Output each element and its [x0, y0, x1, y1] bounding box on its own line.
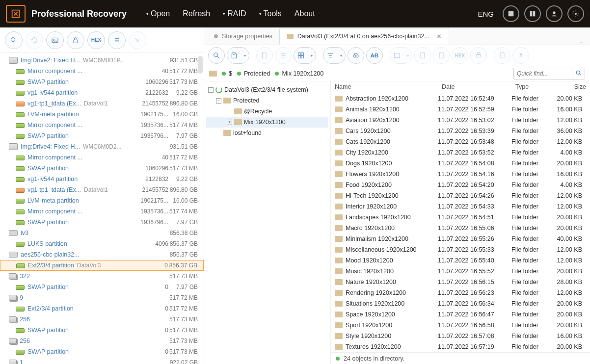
storage-tree-row[interactable]: vg1-lv544 partition21226329.22 GB — [0, 87, 204, 98]
file-row[interactable]: Minimalism 1920x120011.07.2022 16:55:26F… — [331, 234, 590, 244]
storage-tree-row[interactable]: Mirror component ...1935736...517.74 MB — [0, 120, 204, 130]
file-row[interactable]: Situations 1920x120011.07.2022 16:56:34F… — [331, 298, 590, 309]
tab-datavol3[interactable]: DataVol3 (Ext2/3/4 at 0 on aes256-cbc-pl… — [279, 28, 449, 45]
storage-tree-row[interactable]: vg1-tp1_tdata (Ex...DataVol121455752896.… — [0, 184, 204, 195]
storage-tree-row[interactable]: Ext2/3/4 partitionDataVol30856.37 GB — [0, 260, 204, 271]
storage-tree[interactable]: Img:Drive2: Fixed H...WMC6M0D1P...931.51… — [0, 53, 204, 364]
column-headers[interactable]: Name Date Type Size — [331, 81, 590, 93]
tree-node-mix[interactable]: +Mix 1920x1200 — [206, 117, 328, 128]
storage-tree-row[interactable]: Ext2/3/4 partition0517.72 MB — [0, 303, 204, 314]
quick-find-input[interactable] — [513, 68, 572, 79]
replace-text-icon[interactable]: A̶B — [366, 47, 383, 64]
storage-tree-row[interactable]: Img:Drive2: Fixed H...WMC6M0D1P...931.51… — [0, 55, 204, 66]
file-row[interactable]: Landscapes 1920x120011.07.2022 16:54:51F… — [331, 212, 590, 223]
file-row[interactable]: Space 1920x120011.07.2022 16:56:47File f… — [331, 309, 590, 320]
doc-hash-icon[interactable] — [494, 47, 510, 64]
tree-node-lostfound[interactable]: lost+found — [206, 128, 328, 138]
user-icon[interactable] — [546, 5, 563, 22]
list-lines-icon[interactable] — [275, 47, 292, 64]
folder-icon[interactable] — [209, 71, 217, 77]
storage-tree-row[interactable]: 1922.02 GB — [0, 357, 204, 364]
search-icon[interactable] — [208, 47, 225, 64]
storage-tree-row[interactable]: Mirror component ...40517.72 MB — [0, 66, 204, 77]
folder-tree[interactable]: −DataVol3 (Ext2/3/4 file system) −Protec… — [204, 81, 331, 364]
storage-tree-row[interactable]: 256517.73 MB — [0, 336, 204, 346]
file-row[interactable]: Music 1920x120011.07.2022 16:55:52File f… — [331, 266, 590, 277]
close-tab-icon[interactable]: ✕ — [436, 33, 442, 40]
storage-tree-row[interactable]: 256517.73 MB — [0, 314, 204, 325]
storage-tree-row[interactable]: Img:Drive4: Fixed H...WMC6M0D2...931.51 … — [0, 141, 204, 152]
col-date[interactable]: Date — [438, 81, 511, 93]
storage-tree-row[interactable]: aes256-cbc-plain32...856.37 GB — [0, 249, 204, 260]
settings-icon[interactable] — [567, 5, 584, 22]
file-row[interactable]: Rendering 1920x120011.07.2022 16:56:23Fi… — [331, 287, 590, 298]
storage-tree-row[interactable]: SWAP partition0517.73 MB — [0, 346, 204, 357]
storage-tree-row[interactable]: vg1-lv544 partition21226329.22 GB — [0, 174, 204, 184]
storage-tree-row[interactable]: SWAP partition07.97 GB — [0, 282, 204, 292]
layout-icon[interactable] — [524, 5, 541, 22]
file-row[interactable]: Miscellaneous 1920x120011.07.2022 16:55:… — [331, 244, 590, 255]
file-row[interactable]: Nature 1920x120011.07.2022 16:56:15File … — [331, 277, 590, 287]
save-plus-icon[interactable] — [256, 47, 273, 64]
language-label[interactable]: ENG — [478, 10, 494, 18]
print-icon[interactable] — [470, 47, 487, 64]
file-row[interactable]: Interior 1920x120011.07.2022 16:54:33Fil… — [331, 201, 590, 212]
crumb-root[interactable]: $ — [222, 70, 232, 77]
file-row[interactable]: Flowers 1920x120011.07.2022 16:54:16File… — [331, 169, 590, 180]
grid-view-button[interactable]: ▾ — [294, 47, 316, 64]
storage-tree-row[interactable]: LVM-meta partition1902175...16.00 GB — [0, 195, 204, 206]
file-row[interactable]: Cats 1920x120011.07.2022 16:53:48File fo… — [331, 136, 590, 147]
storage-tree-row[interactable]: 9517.72 MB — [0, 292, 204, 303]
file-row[interactable]: Aviation 1920x120011.07.2022 16:53:02Fil… — [331, 115, 590, 126]
tab-menu-icon[interactable]: ≡ — [575, 37, 587, 45]
file-row[interactable]: Dogs 1920x120011.07.2022 16:54:08File fo… — [331, 158, 590, 169]
image-icon[interactable] — [46, 31, 64, 49]
storage-tree-row[interactable]: Mirror component ...1935736...517.74 MB — [0, 206, 204, 217]
close-icon[interactable] — [129, 31, 146, 49]
storage-tree-row[interactable]: Mirror component ...40517.72 MB — [0, 152, 204, 163]
file-row[interactable]: Hi-Tech 1920x120011.07.2022 16:54:26File… — [331, 190, 590, 201]
menu-raid[interactable]: ▾RAID — [223, 9, 246, 18]
file-row[interactable]: City 1920x120011.07.2022 16:53:52File fo… — [331, 147, 590, 158]
storage-tree-row[interactable]: vg1-tp1_tdata (Ex...DataVol121455752896.… — [0, 98, 204, 109]
doc-x-icon[interactable] — [433, 47, 450, 64]
storage-tree-row[interactable]: SWAP partition1060296517.73 MB — [0, 77, 204, 87]
storage-tree-row[interactable]: lv3856.38 GB — [0, 228, 204, 238]
doc-check-icon[interactable] — [414, 47, 431, 64]
lock-icon[interactable] — [67, 31, 84, 49]
binoculars-icon[interactable] — [348, 47, 364, 64]
crumb-protected[interactable]: Protected — [237, 70, 270, 77]
tree-node-protected[interactable]: −Protected — [206, 95, 328, 106]
scrollbar-thumb[interactable] — [198, 56, 203, 74]
tree-node-recycle[interactable]: @Recycle — [206, 106, 328, 117]
col-size[interactable]: Size — [552, 81, 590, 93]
crumb-mix[interactable]: Mix 1920x1200 — [275, 70, 323, 77]
file-row[interactable]: Abstraction 1920x120011.07.2022 16:52:49… — [331, 93, 590, 104]
notes-icon[interactable] — [503, 5, 519, 22]
file-row[interactable]: Macro 1920x120011.07.2022 16:55:06File f… — [331, 223, 590, 234]
hash-icon[interactable]: # — [512, 47, 529, 64]
file-row[interactable]: Cars 1920x120011.07.2022 16:53:39File fo… — [331, 126, 590, 136]
menu-open[interactable]: ▾Open — [146, 9, 170, 18]
storage-tree-row[interactable]: LUKS partition4096856.37 GB — [0, 238, 204, 249]
tab-storage-properties[interactable]: Storage properties — [207, 28, 279, 45]
file-row[interactable]: Mood 1920x120011.07.2022 16:55:40File fo… — [331, 255, 590, 266]
hex-view-button[interactable]: HEX — [452, 47, 468, 64]
tree-node-root[interactable]: −DataVol3 (Ext2/3/4 file system) — [206, 84, 328, 95]
list-icon[interactable] — [108, 31, 126, 49]
file-row[interactable]: Style 1920x120011.07.2022 16:57:08File f… — [331, 331, 590, 341]
filter-button[interactable]: ▾ — [323, 47, 346, 64]
hex-button[interactable]: HEX — [87, 31, 105, 49]
search-icon[interactable] — [5, 31, 23, 49]
storage-tree-row[interactable]: LVM-meta partition1902175...16.00 GB — [0, 109, 204, 120]
file-row[interactable]: Sport 1920x120011.07.2022 16:56:58File f… — [331, 320, 590, 331]
col-type[interactable]: Type — [511, 81, 552, 93]
storage-tree-row[interactable]: SWAP partition0517.73 MB — [0, 325, 204, 336]
storage-tree-row[interactable]: SWAP partition1936796...7.97 GB — [0, 217, 204, 228]
file-list-body[interactable]: Abstraction 1920x120011.07.2022 16:52:49… — [331, 93, 590, 352]
col-name[interactable]: Name — [331, 81, 438, 93]
storage-tree-row[interactable]: SWAP partition1936796...7.97 GB — [0, 130, 204, 141]
menu-tools[interactable]: ▾Tools — [259, 9, 282, 18]
file-row[interactable]: Animals 1920x120011.07.2022 16:52:59File… — [331, 104, 590, 115]
menu-about[interactable]: About — [295, 9, 315, 18]
